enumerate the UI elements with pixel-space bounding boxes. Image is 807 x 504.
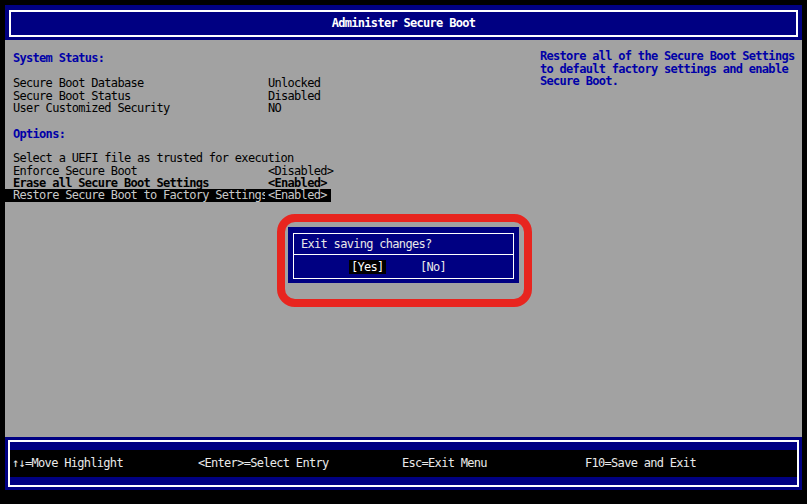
hint-select-entry: <Enter>=Select Entry xyxy=(198,450,329,477)
bios-screen: { "window": { "title": "Administer Secur… xyxy=(0,0,807,504)
option-value: <Enabled> xyxy=(265,189,331,202)
dialog-buttons: [Yes] [No] xyxy=(294,255,513,278)
hint-save-and-exit: F10=Save and Exit xyxy=(585,450,696,477)
footer-strip: ↑↓=Move Highlight <Enter>=Select Entry E… xyxy=(10,450,797,477)
options-heading: Options: xyxy=(5,128,802,141)
title-bar: Administer Secure Boot xyxy=(5,5,802,40)
dialog-message: Exit saving changes? xyxy=(294,234,513,255)
status-row-user-customized-security: User Customized Security NO xyxy=(5,102,802,115)
help-line: Restore all of the Secure Boot Settings xyxy=(540,50,802,63)
page-title: Administer Secure Boot xyxy=(5,5,802,40)
option-restore-secure-boot-factory[interactable]: Restore Secure Boot to Factory Settings … xyxy=(5,189,802,202)
option-label: Restore Secure Boot to Factory Settings xyxy=(5,189,273,202)
help-line: Secure Boot. xyxy=(540,75,802,88)
help-panel: Restore all of the Secure Boot Settings … xyxy=(540,50,802,88)
dialog-frame: Exit saving changes? [Yes] [No] xyxy=(293,233,514,279)
hint-exit-menu: Esc=Exit Menu xyxy=(402,450,487,477)
status-value: NO xyxy=(268,102,281,115)
exit-dialog: Exit saving changes? [Yes] [No] xyxy=(288,227,519,283)
no-button[interactable]: [No] xyxy=(420,260,446,274)
footer-key-bar: ↑↓=Move Highlight <Enter>=Select Entry E… xyxy=(5,437,802,490)
hint-move-highlight: ↑↓=Move Highlight xyxy=(12,450,123,477)
status-label: User Customized Security xyxy=(5,102,170,115)
yes-button[interactable]: [Yes] xyxy=(349,260,386,274)
